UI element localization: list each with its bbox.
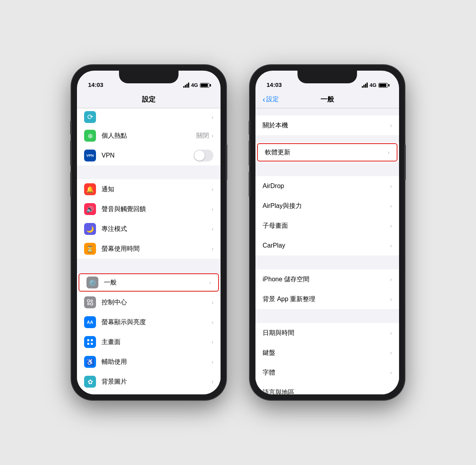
svg-rect-4 [87,339,89,341]
chevron-partial: › [211,114,213,120]
label-accessibility: 輔助使用 [102,358,211,366]
phone-1: 14:03 4G 設定 [71,65,226,400]
chevron-pip: › [390,223,392,229]
list-item-datetime[interactable]: 日期與時間 › [255,323,399,343]
volume-up-button-2 [249,140,250,166]
icon-accessibility-symbol: ♿ [86,358,94,366]
icon-partial: ⟳ [84,111,96,123]
icon-display: AA [84,316,96,328]
label-update: 軟體更新 [265,148,388,157]
list-item-airdrop[interactable]: AirDrop › [255,176,399,196]
list-item-langregion[interactable]: 語言與地區 › [255,382,399,394]
chevron-carplay: › [390,242,392,249]
icon-moon: 🌙 [86,225,94,233]
icon-partial-symbol: ⟳ [87,113,93,121]
list-item-siri[interactable]: ◉ Siri與搜尋 › [77,392,221,394]
toggle-vpn[interactable] [194,150,213,161]
list-item-keyboard[interactable]: 鍵盤 › [255,343,399,363]
svg-rect-5 [87,343,89,345]
svg-rect-3 [88,303,89,305]
svg-point-1 [90,303,93,305]
icon-notifications: 🔔 [84,183,96,195]
list-item-screentime[interactable]: ⏳ 螢幕使用時間 › [77,239,221,259]
chevron-bgapp: › [390,296,392,302]
label-general: 一般 [104,279,209,287]
status-icons-1: 4G [183,82,209,88]
gap-top [255,108,399,115]
gap-4a [255,309,399,323]
label-vpn: VPN [102,152,194,159]
icon-general: ⚙️ [86,277,98,288]
update-highlight-wrapper: 軟體更新 › [255,142,399,162]
svg-rect-7 [91,343,93,345]
chevron-airdrop: › [390,183,392,189]
chevron-screentime: › [211,246,213,252]
icon-homescreen [84,336,96,348]
icon-speaker: 🔊 [86,206,94,213]
list-item-accessibility[interactable]: ♿ 輔助使用 › [77,352,221,372]
list-item-update[interactable]: 軟體更新 › [257,143,397,161]
chevron-controlcenter: › [211,299,213,306]
icon-bell: 🔔 [86,186,94,193]
list-item-bgapp[interactable]: 背景 App 重新整理 › [255,289,399,309]
list-item-controlcenter[interactable]: 控制中心 › [77,292,221,312]
list-item-homescreen[interactable]: 主畫面 › [77,332,221,352]
gap-about [255,135,399,142]
list-item-pip[interactable]: 子母畫面 › [255,216,399,236]
gap-2 [77,259,221,273]
chevron-sounds: › [211,206,213,212]
list-item-display[interactable]: AA 螢幕顯示與亮度 › [77,312,221,332]
list-item-focus[interactable]: 🌙 專注模式 › [77,219,221,239]
general-highlight-wrapper: ⚙️ 一般 › [77,273,221,292]
network-type-2: 4G [370,82,376,88]
list-item-notifications[interactable]: 🔔 通知 › [77,179,221,199]
power-button [226,144,227,180]
icon-vpn: VPN [84,150,96,161]
list-item-partial[interactable]: ⟳ › [77,108,221,126]
chevron-homescreen: › [211,339,213,345]
label-focus: 專注模式 [102,225,211,233]
label-display: 螢幕顯示與亮度 [102,318,211,327]
chevron-about: › [390,122,392,129]
section-locale: 日期與時間 › 鍵盤 › 字體 › 語言與地區 › 辭典 › [255,323,399,394]
nav-bar-1: 設定 [77,90,221,108]
phone-2-screen: 14:03 4G ‹ 設定 一般 [255,71,399,394]
battery-icon-1 [200,83,209,88]
power-button-2 [404,144,406,180]
label-datetime: 日期與時間 [263,329,390,337]
list-item-carplay[interactable]: CarPlay › [255,236,399,256]
label-storage: iPhone 儲存空間 [263,275,390,284]
label-fonts: 字體 [263,369,390,377]
list-item-about[interactable]: 關於本機 › [255,115,399,135]
volume-down-button-2 [249,171,250,197]
signal-bar-2-3 [365,84,366,88]
signal-bar-4 [188,83,189,88]
signal-bars-2 [362,83,368,88]
volume-down-button [70,171,72,197]
list-item-airplay[interactable]: AirPlay與接力 › [255,196,399,216]
nav-title-2: 一般 [321,95,334,104]
list-item-hotspot[interactable]: ⊕ 個人熱點 關閉 › [77,126,221,146]
label-vpn-icon: VPN [86,154,94,158]
chevron-keyboard: › [390,350,392,356]
icon-sounds: 🔊 [84,203,96,215]
nav-back-button[interactable]: ‹ 設定 [263,95,279,104]
chevron-storage: › [390,276,392,282]
svg-point-0 [87,300,90,302]
list-item-wallpaper[interactable]: ✿ 背景圖片 › [77,372,221,392]
chevron-general: › [209,279,211,286]
list-item-fonts[interactable]: 字體 › [255,363,399,382]
list-item-storage[interactable]: iPhone 儲存空間 › [255,269,399,289]
chevron-accessibility: › [211,359,213,365]
signal-bar-2-1 [362,86,363,88]
label-airplay: AirPlay與接力 [263,202,390,210]
icon-wallpaper-symbol: ✿ [88,378,93,386]
icon-aa: AA [87,320,93,325]
list-item-vpn[interactable]: VPN VPN [77,146,221,165]
section-about: 關於本機 › [255,115,399,135]
list-item-sounds[interactable]: 🔊 聲音與觸覺回饋 › [77,199,221,219]
list-item-general[interactable]: ⚙️ 一般 › [79,273,219,292]
time-1: 14:03 [88,81,103,88]
chevron-langregion: › [390,389,392,394]
icon-focus: 🌙 [84,223,96,235]
